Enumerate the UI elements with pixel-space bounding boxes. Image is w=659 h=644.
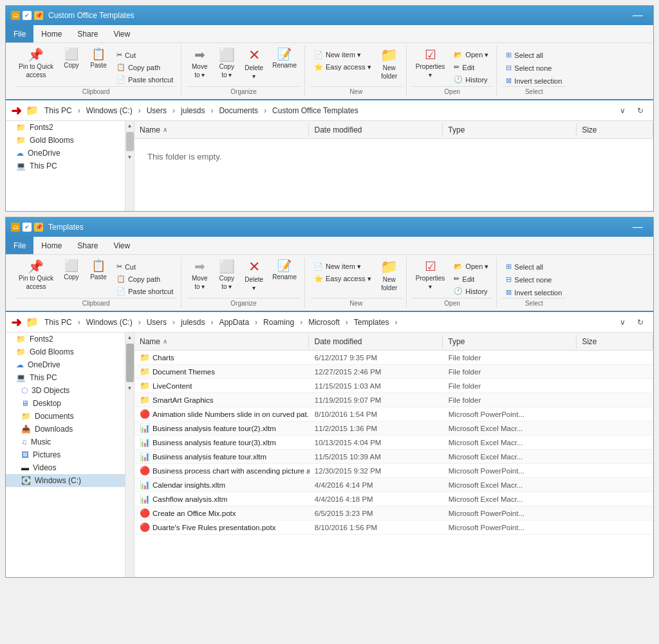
easy-access-button[interactable]: ⭐ Easy access ▾ — [310, 62, 375, 73]
scroll-up-2[interactable]: ▲ — [125, 333, 135, 342]
edit-button-2[interactable]: ✏ Edit — [450, 273, 492, 284]
col-type-2[interactable]: Type — [443, 335, 577, 349]
col-date-2[interactable]: Date modified — [309, 335, 443, 349]
pin-to-quick-access-button-2[interactable]: 📌 Pin to Quickaccess — [15, 259, 57, 292]
table-row[interactable]: 🔴 Create an Office Mix.potx 6/5/2015 3:2… — [135, 506, 653, 520]
menu-share-1[interactable]: Share — [70, 25, 106, 42]
history-button[interactable]: 🕐 History — [450, 74, 492, 85]
easy-access-button-2[interactable]: ⭐ Easy access ▾ — [310, 273, 375, 284]
paste-shortcut-button[interactable]: 📄 Paste shortcut — [113, 74, 177, 85]
sidebar-item-thispc-2[interactable]: 💻 This PC — [6, 371, 125, 384]
bc-documents-1[interactable]: Documents — [217, 106, 260, 116]
bc-roaming-2[interactable]: Roaming — [261, 317, 296, 327]
select-all-button-2[interactable]: ⊞ Select all — [502, 261, 566, 272]
table-row[interactable]: 📊 Business analysis feature tour(3).xltm… — [135, 436, 653, 450]
table-row[interactable]: 📊 Business analysis feature tour.xltm 11… — [135, 450, 653, 464]
table-row[interactable]: 🔴 Duarte's Five Rules presentation.potx … — [135, 520, 653, 535]
bc-julesds-1[interactable]: julesds — [179, 106, 207, 116]
col-date-1[interactable]: Date modified — [309, 123, 443, 137]
bc-this-pc-1[interactable]: This PC — [42, 106, 74, 116]
sidebar-item-fonts2-1[interactable]: 📁 Fonts2 — [6, 121, 125, 134]
properties-button[interactable]: ☑ Properties▾ — [412, 47, 449, 80]
col-size-1[interactable]: Size — [577, 123, 653, 137]
sidebar-item-downloads[interactable]: 📥 Downloads — [6, 423, 125, 436]
select-none-button-2[interactable]: ⊟ Select none — [502, 274, 566, 285]
menu-view-2[interactable]: View — [106, 237, 138, 254]
bc-this-pc-2[interactable]: This PC — [42, 317, 74, 327]
copy-button-2[interactable]: ⬜ Copy — [59, 259, 84, 282]
new-folder-button[interactable]: 📁 Newfolder — [376, 47, 402, 82]
minimize-button-2[interactable]: — — [627, 221, 648, 233]
sidebar-item-onedrive-1[interactable]: ☁ OneDrive — [6, 147, 125, 160]
select-none-button[interactable]: ⊟ Select none — [502, 62, 566, 73]
bc-microsoft-2[interactable]: Microsoft — [306, 317, 342, 327]
paste-shortcut-button-2[interactable]: 📄 Paste shortcut — [113, 286, 177, 297]
copy-to-button[interactable]: ⬜ Copyto ▾ — [214, 47, 239, 80]
bc-users-1[interactable]: Users — [145, 106, 169, 116]
bc-appdata-2[interactable]: AppData — [217, 317, 251, 327]
sidebar-item-onedrive-2[interactable]: ☁ OneDrive — [6, 358, 125, 371]
bc-julesds-2[interactable]: julesds — [179, 317, 207, 327]
back-arrow-2[interactable]: ➜ — [11, 315, 22, 330]
copy-to-button-2[interactable]: ⬜ Copyto ▾ — [214, 259, 239, 292]
new-item-button[interactable]: 📄 New item ▾ — [310, 50, 375, 60]
bc-templates-2[interactable]: Templates — [352, 317, 391, 327]
sidebar-item-windows-c[interactable]: 💽 Windows (C:) — [6, 474, 125, 487]
address-refresh-1[interactable]: ↻ — [633, 104, 648, 117]
bc-users-2[interactable]: Users — [145, 317, 169, 327]
back-arrow-1[interactable]: ➜ — [11, 103, 22, 118]
sidebar-item-videos[interactable]: ▬ Videos — [6, 461, 125, 474]
table-row[interactable]: 🔴 Business process chart with ascending … — [135, 464, 653, 478]
move-to-button[interactable]: ➡ Moveto ▾ — [187, 47, 212, 80]
menu-file-1[interactable]: File — [6, 25, 33, 42]
col-name-2[interactable]: Name ∧ — [135, 335, 309, 349]
sidebar-item-goldblooms-2[interactable]: 📁 Gold Blooms — [6, 345, 125, 358]
invert-selection-button-2[interactable]: ⊠ Invert selection — [502, 287, 566, 298]
cut-button-2[interactable]: ✂ Cut — [113, 261, 177, 272]
copy-path-button[interactable]: 📋 Copy path — [113, 62, 177, 73]
sidebar-item-documents[interactable]: 📁 Documents — [6, 410, 125, 423]
open-button-2[interactable]: 📂 Open ▾ — [450, 261, 492, 272]
table-row[interactable]: 📁 LiveContent 11/15/2015 1:03 AM File fo… — [135, 379, 653, 393]
table-row[interactable]: 📊 Calendar insights.xltm 4/4/2016 4:14 P… — [135, 478, 653, 492]
scroll-thumb-2[interactable] — [126, 344, 134, 382]
scroll-down-2[interactable]: ▼ — [125, 383, 135, 393]
table-row[interactable]: 🔴 Animation slide Numbers slide in on cu… — [135, 407, 653, 421]
delete-button[interactable]: ✕ Delete▾ — [241, 47, 267, 82]
table-row[interactable]: 📁 Charts 6/12/2017 9:35 PM File folder — [135, 351, 653, 365]
edit-button[interactable]: ✏ Edit — [450, 62, 492, 73]
scroll-down-1[interactable]: ▼ — [125, 152, 135, 162]
copy-path-button-2[interactable]: 📋 Copy path — [113, 273, 177, 284]
sidebar-item-pictures[interactable]: 🖼 Pictures — [6, 448, 125, 461]
scroll-up-1[interactable]: ▲ — [125, 121, 135, 131]
sidebar-item-thispc-1[interactable]: 💻 This PC — [6, 160, 125, 172]
invert-selection-button[interactable]: ⊠ Invert selection — [502, 75, 566, 86]
properties-button-2[interactable]: ☑ Properties▾ — [412, 259, 449, 292]
address-dropdown-2[interactable]: ∨ — [615, 316, 630, 329]
move-to-button-2[interactable]: ➡ Moveto ▾ — [187, 259, 212, 292]
rename-button[interactable]: 📝 Rename — [268, 47, 301, 71]
scroll-thumb-1[interactable] — [126, 132, 134, 151]
pin-to-quick-access-button[interactable]: 📌 Pin to Quickaccess — [15, 47, 57, 80]
address-refresh-2[interactable]: ↻ — [633, 316, 648, 329]
cut-button-1[interactable]: ✂ Cut — [113, 50, 177, 60]
col-type-1[interactable]: Type — [443, 123, 577, 137]
paste-button-1[interactable]: 📋 Paste — [86, 47, 111, 71]
col-name-1[interactable]: Name ∧ — [135, 123, 309, 137]
table-row[interactable]: 📊 Cashflow analysis.xltm 4/4/2016 4:18 P… — [135, 492, 653, 506]
menu-view-1[interactable]: View — [106, 25, 138, 42]
delete-button-2[interactable]: ✕ Delete▾ — [241, 259, 267, 293]
select-all-button[interactable]: ⊞ Select all — [502, 50, 566, 60]
new-folder-button-2[interactable]: 📁 Newfolder — [376, 259, 402, 293]
minimize-button-1[interactable]: — — [627, 10, 648, 21]
sidebar-item-goldblooms-1[interactable]: 📁 Gold Blooms — [6, 134, 125, 147]
col-size-2[interactable]: Size — [577, 335, 653, 349]
address-dropdown-1[interactable]: ∨ — [615, 104, 630, 117]
menu-home-2[interactable]: Home — [33, 237, 70, 254]
copy-button-1[interactable]: ⬜ Copy — [59, 47, 84, 71]
new-item-button-2[interactable]: 📄 New item ▾ — [310, 261, 375, 272]
sidebar-item-fonts2-2[interactable]: 📁 Fonts2 — [6, 333, 125, 345]
sidebar-item-music[interactable]: ♫ Music — [6, 436, 125, 448]
sidebar-item-desktop[interactable]: 🖥 Desktop — [6, 397, 125, 410]
bc-custom-templates-1[interactable]: Custom Office Templates — [270, 106, 360, 116]
